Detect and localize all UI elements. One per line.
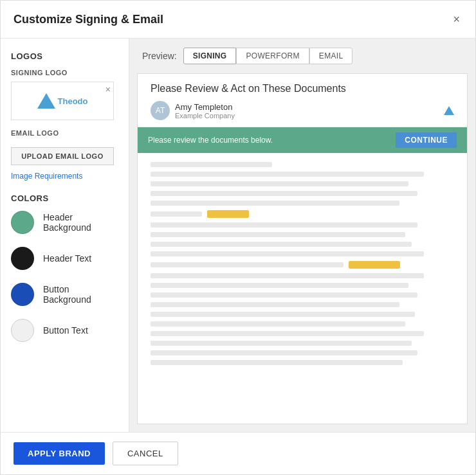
header-text-swatch	[11, 247, 34, 270]
sender-details: Amy Templeton Example Company	[175, 102, 235, 120]
color-item-header-bg[interactable]: Header Background	[11, 211, 118, 234]
header-bg-swatch	[11, 211, 34, 234]
cancel-button[interactable]: CANCEL	[113, 442, 178, 465]
modal: Customize Signing & Email × Logos SIGNIN…	[0, 0, 476, 475]
text-line	[151, 232, 405, 237]
doc-title: Please Review & Act on These Documents	[151, 83, 454, 94]
line-row-yellow2	[151, 261, 454, 269]
signing-logo-label: SIGNING LOGO	[11, 69, 118, 76]
tab-signing[interactable]: SIGNING	[183, 48, 237, 64]
text-line	[151, 321, 405, 327]
avatar: AT	[151, 101, 170, 120]
apply-brand-button[interactable]: APPLY BRAND	[14, 442, 105, 465]
text-line	[151, 273, 424, 278]
header-text-label: Header Text	[43, 253, 91, 264]
sender-info: AT Amy Templeton Example Company	[151, 101, 454, 120]
text-line	[151, 172, 424, 177]
upload-email-logo-button[interactable]: UPLOAD EMAIL LOGO	[11, 147, 114, 165]
line-row-yellow1	[151, 210, 454, 218]
text-line	[151, 222, 417, 228]
color-item-button-bg[interactable]: Button Background	[11, 283, 118, 306]
left-panel: Logos SIGNING LOGO Theodo × EMAIL LOGO U…	[1, 39, 129, 432]
text-line	[151, 181, 408, 186]
sender-company: Example Company	[175, 112, 235, 120]
image-requirements-link[interactable]: Image Requirements	[11, 172, 118, 181]
text-line	[151, 191, 417, 196]
right-panel: Preview: SIGNING POWERFORM EMAIL Please …	[129, 39, 475, 432]
yellow-block-1	[207, 210, 249, 218]
sender-name: Amy Templeton	[175, 102, 235, 112]
logos-section-title: Logos	[11, 51, 118, 61]
continue-button[interactable]: CONTINUE	[396, 132, 457, 148]
preview-tabs: SIGNING POWERFORM EMAIL	[183, 48, 353, 64]
doc-header: Please Review & Act on These Documents A…	[138, 74, 467, 127]
text-line	[151, 242, 412, 247]
sender-left: AT Amy Templeton Example Company	[151, 101, 235, 120]
text-line	[151, 283, 408, 288]
tab-email[interactable]: EMAIL	[309, 48, 353, 64]
text-line	[151, 251, 424, 256]
green-bar-text: Please review the documents below.	[148, 136, 273, 145]
text-line	[151, 331, 424, 336]
button-text-label: Button Text	[43, 325, 88, 336]
text-line	[151, 292, 417, 298]
color-item-button-text[interactable]: Button Text	[11, 319, 118, 342]
preview-label: Preview:	[142, 51, 177, 61]
color-item-header-text[interactable]: Header Text	[11, 247, 118, 270]
theodo-logo: Theodo	[37, 93, 88, 109]
text-line	[151, 162, 272, 167]
text-line	[151, 312, 415, 317]
close-button[interactable]: ×	[450, 11, 462, 28]
preview-header: Preview: SIGNING POWERFORM EMAIL	[129, 39, 475, 73]
text-line	[151, 350, 417, 355]
colors-section-title: Colors	[11, 193, 118, 203]
preview-content: Please Review & Act on These Documents A…	[137, 73, 468, 424]
button-bg-label: Button Background	[43, 284, 118, 305]
colors-section: Colors Header Background Header Text But…	[11, 193, 118, 342]
text-line	[151, 201, 399, 206]
remove-logo-button[interactable]: ×	[105, 85, 111, 94]
text-line	[151, 360, 403, 365]
tab-powerform[interactable]: POWERFORM	[236, 48, 309, 64]
signing-logo-box: Theodo ×	[11, 82, 114, 120]
mini-triangle-icon	[444, 106, 454, 115]
modal-header: Customize Signing & Email ×	[1, 1, 475, 39]
modal-footer: APPLY BRAND CANCEL	[1, 432, 475, 474]
doc-body	[138, 153, 467, 379]
yellow-block-2	[349, 261, 400, 269]
logo-triangle-icon	[37, 93, 55, 109]
logo-text: Theodo	[58, 96, 88, 106]
button-bg-swatch	[11, 283, 34, 306]
text-line	[151, 341, 412, 346]
modal-body: Logos SIGNING LOGO Theodo × EMAIL LOGO U…	[1, 39, 475, 432]
modal-title: Customize Signing & Email	[14, 13, 163, 26]
email-logo-label: EMAIL LOGO	[11, 129, 118, 137]
button-text-swatch	[11, 319, 34, 342]
company-logo	[444, 106, 454, 115]
header-bg-label: Header Background	[43, 212, 118, 233]
text-line	[151, 302, 399, 307]
green-bar: Please review the documents below. CONTI…	[138, 127, 467, 153]
